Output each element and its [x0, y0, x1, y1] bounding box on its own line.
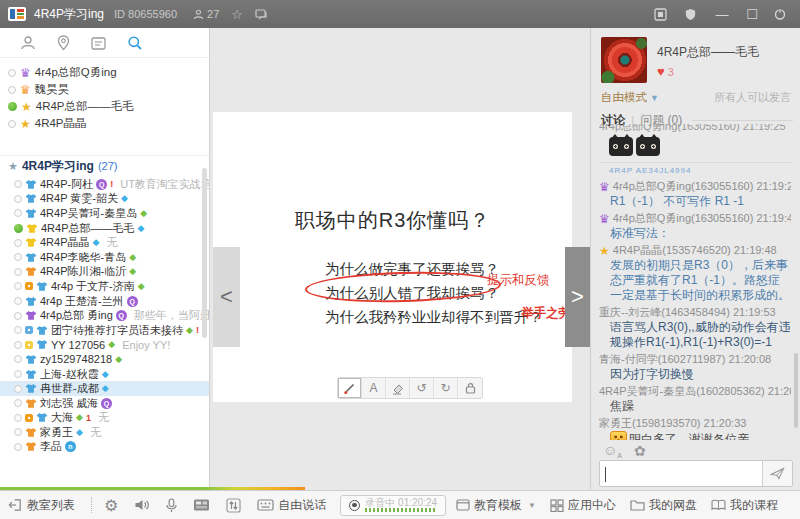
diamond-blue-icon: ◆ [138, 224, 145, 233]
mini-badge-icon [25, 282, 33, 290]
whiteboard[interactable]: 职场中的R3你懂吗？ 为什么做完事了还要挨骂？ 为什么别人错了我却挨骂？ 为什么… [213, 112, 572, 402]
chevron-down-icon: ▼ [528, 501, 536, 510]
member-row[interactable]: zy1529748218◆ [0, 352, 210, 367]
member-row[interactable]: 4R4P晶晶◆无 [0, 235, 210, 250]
member-row[interactable]: 刘志强 威海Q [0, 396, 210, 411]
member-row[interactable]: 家勇王◆无 [0, 425, 210, 440]
presenter-avatar[interactable] [601, 37, 647, 83]
forum-icon[interactable] [255, 9, 268, 20]
channel-name: 4R4P晶晶 [35, 116, 87, 131]
bottom-right-button[interactable]: 应用中心 [550, 497, 616, 514]
mode-dropdown[interactable]: 自由模式 [601, 90, 647, 105]
video-panel-icon[interactable] [193, 498, 210, 512]
emoticon-icon[interactable]: ☺A [603, 442, 622, 459]
member-row[interactable]: 李品n [0, 440, 210, 455]
channel-item[interactable]: ★4R4P总部——毛毛 [0, 98, 210, 115]
maximize-button[interactable]: ☐ [744, 7, 760, 22]
channel-item[interactable]: ★4R4P晶晶 [0, 115, 210, 132]
sticker-flower-icon[interactable]: ✿ [634, 443, 646, 459]
send-button[interactable] [762, 461, 792, 486]
chat-message[interactable]: 青海-付同学(1602711987) 21:20:08因为打字切换慢 [599, 352, 791, 382]
message-author: ♛4r4p总部Q勇ing(163055160) 21:19:40 [599, 211, 791, 226]
bottom-right-button[interactable]: 我的课程 [711, 497, 778, 514]
layout-icon[interactable] [654, 8, 670, 21]
member-list-scrollbar[interactable] [202, 168, 207, 338]
member-row[interactable]: 4R4P李晓华-青岛◆ [0, 250, 210, 265]
chat-message[interactable]: 4R4P吴菁珂-秦皇岛(1602805362) 21:20:18焦躁 [599, 384, 791, 414]
presence-radio-icon [14, 195, 22, 203]
bottom-right-buttons: 教育模板▼应用中心我的网盘我的课程 [456, 497, 800, 514]
next-slide-button[interactable]: > [565, 247, 590, 347]
classroom-list-button[interactable]: 教室列表 [8, 497, 75, 514]
free-talk-mode[interactable]: 自由说话 [257, 497, 326, 514]
folder-icon [630, 499, 645, 511]
shield-icon[interactable] [684, 8, 700, 21]
member-row[interactable]: 4R4P吴菁珂-秦皇岛◆ [0, 206, 210, 221]
chat-message[interactable]: ♛4r4p总部Q勇ing(163055160) 21:19:29R1（-1） 不… [599, 179, 791, 209]
member-row[interactable]: 4R4P总部——毛毛◆ [0, 221, 210, 236]
diamond-green-icon: ◆ [138, 282, 145, 291]
member-row[interactable]: 4r4p 王楚清-兰州Q [0, 294, 210, 309]
cat-sticker-icon [609, 137, 633, 156]
channel-item[interactable]: ♛魏昊昊 [0, 81, 210, 98]
chat-message[interactable]: 重庆--刘云峰(1463458494) 21:19:53语言骂人R3(0),,威… [599, 305, 791, 350]
bottom-right-button[interactable]: 教育模板▼ [456, 497, 536, 514]
message-author: ♛4r4p总部Q勇ing(163055160) 21:19:29 [599, 179, 791, 194]
search-icon[interactable] [127, 35, 143, 51]
member-row[interactable]: 4r4p 于文芹-济南◆ [0, 279, 210, 294]
member-row[interactable]: 团宁待推荐打字员语未接待◆! [0, 323, 210, 338]
close-button[interactable] [774, 8, 790, 20]
lock-button[interactable] [458, 378, 482, 398]
member-note: UT教育淘宝实战培训频 [116, 177, 210, 192]
mixer-icon[interactable] [226, 498, 241, 513]
redo-button[interactable]: ↻ [434, 378, 458, 398]
diamond-blue-icon: ◆ [102, 370, 109, 379]
member-name: 李品 [40, 440, 62, 455]
eraser-tool-button[interactable] [386, 378, 410, 398]
text-tool-button[interactable]: A [362, 378, 386, 398]
member-name: 上海-赵秋霞 [40, 367, 99, 382]
prev-slide-button[interactable]: < [213, 247, 240, 347]
alert-mark: ! [110, 179, 113, 189]
contacts-icon[interactable] [20, 35, 36, 50]
chat-message[interactable]: 家勇王(1598193570) 21:20:33明白多了，谢谢各位亲 [599, 416, 791, 440]
bottom-right-button[interactable]: 我的网盘 [630, 497, 697, 514]
recording-indicator[interactable]: 录音中 01:20:24 [340, 495, 446, 516]
alert-mark: 1 [86, 413, 91, 423]
member-row[interactable]: 冉世群-成都◆ [0, 381, 210, 396]
member-name: 冉世群-成都 [40, 381, 99, 396]
channel-item[interactable]: ♛4r4p总部Q勇ing [0, 64, 210, 81]
chat-message-list[interactable]: 4r4p总部Q勇ing(163055160) 21:19:25 4R4P AE3… [599, 124, 791, 440]
location-icon[interactable] [57, 35, 70, 51]
member-row[interactable]: 大海◆1无 [0, 411, 210, 426]
settings-gear-icon[interactable]: ⚙ [104, 496, 118, 515]
microphone-icon[interactable] [166, 498, 177, 513]
member-name: 4r4p总部 勇ing [40, 308, 113, 323]
group-header[interactable]: ★ 4R4P学习ing (27) [0, 155, 210, 173]
undo-button[interactable]: ↺ [410, 378, 434, 398]
member-row[interactable]: YY 127056◆Enjoy YY! [0, 338, 210, 353]
minimize-button[interactable]: — [714, 7, 730, 22]
hearts-counter[interactable]: ♥3 [657, 64, 674, 79]
chat-message[interactable]: ♛4r4p总部Q勇ing(163055160) 21:19:40标准写法： [599, 211, 791, 241]
chat-scrollbar[interactable] [794, 353, 798, 428]
member-row[interactable]: 4R4P 黄雯-韶关◆ [0, 192, 210, 207]
diamond-green-icon: ◆ [76, 413, 83, 422]
chat-message[interactable]: ★4R4P晶晶(1535746520) 21:19:48发展的初期只是R3（0）… [599, 243, 791, 303]
id-card-icon[interactable] [91, 36, 106, 50]
member-row[interactable]: 4r4p总部 勇ingQ那些年，当阿册 [0, 308, 210, 323]
speaker-icon[interactable] [134, 498, 150, 512]
member-row[interactable]: 4R4P-阿杜Q!UT教育淘宝实战培训频 [0, 177, 210, 192]
exit-door-icon [8, 498, 23, 512]
member-row[interactable]: 4R4P陈川湘-临沂◆ [0, 265, 210, 280]
vest-icon [36, 339, 48, 350]
crown-icon: ♛ [20, 67, 31, 79]
favorite-star-icon[interactable]: ☆ [231, 7, 243, 22]
member-row[interactable]: 上海-赵秋霞◆ [0, 367, 210, 382]
cat-sticker-icon [636, 137, 660, 156]
chevron-down-icon[interactable]: ▼ [650, 93, 659, 103]
presence-radio-icon [14, 399, 22, 407]
chat-input[interactable] [599, 460, 793, 487]
pen-tool-button[interactable] [338, 378, 362, 398]
member-name: 4R4P-阿杜 [40, 177, 93, 192]
